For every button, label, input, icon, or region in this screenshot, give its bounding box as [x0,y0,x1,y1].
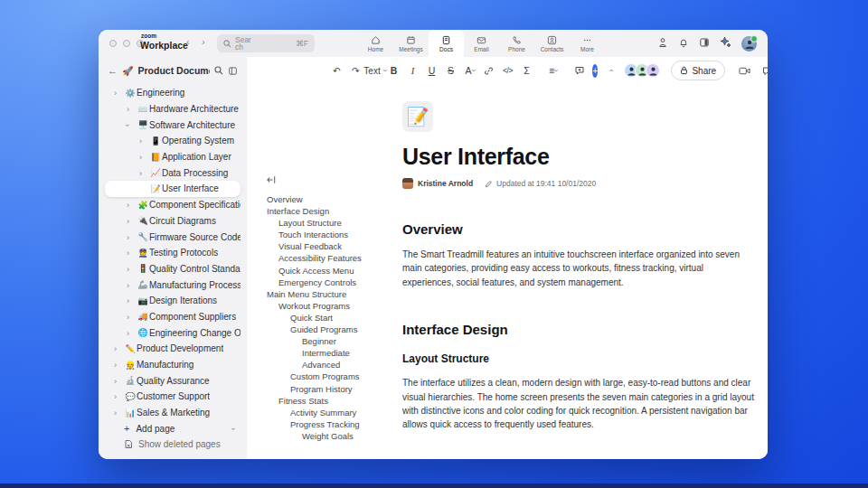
text-style-dropdown[interactable]: Text› [369,62,381,79]
global-search-input[interactable]: Search ⌘F [217,34,315,52]
chevron-icon[interactable] [127,248,137,258]
sidebar-tree-item[interactable]: ✏️ Product Development [105,341,241,357]
tab-docs[interactable]: Docs [429,30,464,57]
outline-item[interactable]: Program History [267,383,398,395]
sidebar-tree-item[interactable]: 🔬 Quality Assurance [105,372,241,389]
underline-button[interactable]: U [426,62,438,79]
chevron-icon[interactable] [114,360,124,370]
collapse-section-chevron-icon[interactable]: › [229,427,239,430]
collaborator-avatar[interactable] [646,63,660,78]
chevron-icon[interactable] [127,312,137,322]
doc-title[interactable]: User Interface [402,144,757,170]
chevron-icon[interactable] [127,328,137,338]
add-page-button[interactable]: + Add page › [105,420,241,436]
sidebar-tree-item[interactable]: 📈 Data Processing [105,164,241,181]
sidebar-tree-item[interactable]: 👮 Testing Protocols [105,245,241,261]
chevron-icon[interactable] [127,200,137,210]
sidebar-tree-item[interactable]: 🖥️ Software Architecture [105,117,241,133]
sidebar-tree-item[interactable]: 🚚 Component Suppliers [105,309,241,325]
bold-button[interactable]: B [388,62,400,79]
comment-button[interactable] [573,62,585,79]
sidebar-tree-item[interactable]: 🔌 Circuit Diagrams [105,213,241,230]
outline-item[interactable]: Touch Interactions [267,229,398,240]
sidebar-tree-item[interactable]: ⚙️ Engineering [105,85,241,101]
tab-home[interactable]: Home [358,30,393,57]
chevron-icon[interactable] [127,120,137,130]
chevron-icon[interactable] [114,376,124,386]
tab-more[interactable]: More [570,30,605,57]
outline-item[interactable]: Advanced [267,359,398,371]
chat-icon[interactable] [760,62,768,79]
chevron-icon[interactable] [127,104,137,114]
outline-item[interactable]: Overview [267,193,398,205]
chevron-icon[interactable] [127,232,137,242]
outline-item[interactable]: Visual Feedback [267,240,398,252]
chevron-icon[interactable] [127,216,137,226]
sidebar-tree-item[interactable]: 🌐 Engineering Change Orders [105,324,241,341]
sidebar-tree-item[interactable]: 🦾 Manufacturing Process [105,277,241,293]
sidebar-tree-item[interactable]: 📷 Design Iterations [105,293,241,309]
outline-item[interactable]: Accessibility Features [267,252,398,264]
sidebar-tree-item[interactable]: 👷 Manufacturing [105,357,241,373]
collapse-sidebar-icon[interactable] [228,66,238,76]
nav-back-icon[interactable]: ‹ [186,36,190,47]
collapse-outline-icon[interactable] [267,175,398,186]
outline-item[interactable]: Interface Design [267,205,398,217]
show-deleted-pages-button[interactable]: Show deleted pages [105,436,241,453]
sidebar-search-icon[interactable] [214,66,223,75]
strikethrough-button[interactable]: S [445,62,457,79]
sidebar-tree-item[interactable]: 🔧 Firmware Source Code [105,229,241,245]
user-avatar[interactable] [741,36,757,52]
sidebar-tree-item[interactable]: 🧩 Component Specifications [105,197,241,213]
sidebar-tree-item[interactable]: 📊 Sales & Marketing [105,405,241,421]
chevron-icon[interactable] [114,88,124,98]
tab-phone[interactable]: Phone [499,30,534,57]
sidebar-tree-item[interactable]: ⌨️ Hardware Architecture [105,101,241,117]
tab-meetings[interactable]: Meetings [393,30,429,57]
outline-item[interactable]: Intermediate [267,347,398,359]
collapse-toolbar-button[interactable]: › [605,62,617,79]
sidebar-tree-item[interactable]: 📝 User Interface [105,181,241,197]
chevron-icon[interactable] [114,391,124,401]
sidebar-tree-item[interactable]: 💬 Customer Support [105,389,241,405]
side-panel-icon[interactable] [699,35,710,52]
code-button[interactable]: </> [502,62,514,79]
outline-item[interactable]: Main Menu Structure [267,288,398,300]
outline-item[interactable]: Activity Summary [267,407,398,418]
link-button[interactable] [483,62,495,79]
ai-companion-sparkle-icon[interactable] [720,35,731,52]
chevron-icon[interactable] [139,136,149,145]
outline-item[interactable]: Custom Programs [267,371,398,382]
sidebar-tree-item[interactable]: 📙 Application Layer [105,149,241,165]
outline-item[interactable]: Guided Programs [267,324,398,335]
chevron-icon[interactable] [114,343,124,353]
outline-item[interactable]: Weight Goals [267,430,398,442]
chevron-icon[interactable] [139,168,149,178]
nav-forward-icon[interactable]: › [202,36,205,47]
chevron-icon[interactable] [127,264,137,274]
chevron-icon[interactable] [139,152,149,162]
formula-button[interactable]: Σ [521,62,533,79]
tab-contacts[interactable]: Contacts [534,30,570,57]
outline-item[interactable]: Layout Structure [267,217,398,229]
workspace-title[interactable]: Product Documenta... [137,65,210,76]
doc-emoji-icon[interactable]: 📝 [402,101,433,132]
minimize-button[interactable] [123,40,130,47]
list-format-dropdown[interactable]: ≡› [547,62,559,79]
notifications-bell-icon[interactable] [678,35,689,52]
chevron-icon[interactable] [127,296,137,305]
ai-add-button[interactable]: + [592,64,598,78]
undo-button[interactable]: ↶ [331,62,343,79]
outline-item[interactable]: Emergency Controls [267,277,398,288]
outline-item[interactable]: Workout Programs [267,300,398,312]
share-button[interactable]: Share [671,61,725,80]
outline-item[interactable]: Quick Access Menu [267,265,398,277]
outline-item[interactable]: Progress Tracking [267,418,398,430]
italic-button[interactable]: I [407,62,419,79]
text-color-dropdown[interactable]: A› [464,62,476,79]
chevron-icon[interactable] [114,408,124,418]
outline-item[interactable]: Beginner [267,335,398,347]
outline-item[interactable]: Fitness Stats [267,395,398,407]
tab-email[interactable]: Email [464,30,499,57]
back-arrow-icon[interactable]: ← [108,65,118,76]
